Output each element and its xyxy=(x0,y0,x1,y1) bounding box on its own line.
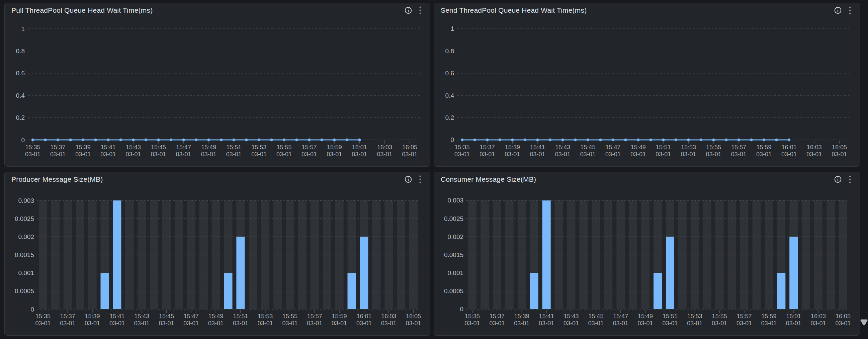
svg-text:0: 0 xyxy=(451,136,454,144)
chart-canvas-consumer-message-size[interactable]: 00.00050.0010.00150.0020.00250.00315:350… xyxy=(434,187,860,335)
svg-text:16:0503-01: 16:0503-01 xyxy=(406,313,421,327)
svg-text:15:4303-01: 15:4303-01 xyxy=(134,313,150,327)
svg-text:0.6: 0.6 xyxy=(445,70,454,76)
data-point-marker xyxy=(346,138,348,141)
x-axis-labels: 15:3503-0115:3703-0115:3903-0115:4103-01… xyxy=(455,144,847,158)
data-point-marker xyxy=(182,138,185,141)
svg-text:15:4903-01: 15:4903-01 xyxy=(638,313,653,327)
line-series xyxy=(31,138,361,141)
gridlines xyxy=(458,29,849,140)
data-point-marker xyxy=(82,138,84,141)
data-point-marker xyxy=(232,138,235,141)
chart-canvas-send-wait-time[interactable]: 00.20.40.60.8115:3503-0115:3703-0115:390… xyxy=(434,18,860,166)
data-point-marker xyxy=(574,138,577,141)
data-point-marker xyxy=(195,138,197,141)
svg-text:15:4303-01: 15:4303-01 xyxy=(125,144,141,158)
svg-text:15:4503-01: 15:4503-01 xyxy=(159,313,174,327)
svg-text:15:4703-01: 15:4703-01 xyxy=(613,313,628,327)
x-axis-labels: 15:3503-0115:3703-0115:3903-0115:4103-01… xyxy=(25,144,417,158)
svg-text:0.002: 0.002 xyxy=(18,233,34,240)
data-point-marker xyxy=(320,138,323,141)
svg-text:16:0503-01: 16:0503-01 xyxy=(835,313,850,327)
data-point-marker xyxy=(258,138,260,141)
svg-text:15:5103-01: 15:5103-01 xyxy=(233,313,248,327)
info-icon[interactable] xyxy=(404,6,412,15)
x-axis-ticks xyxy=(472,310,843,313)
data-point-marker xyxy=(333,138,336,141)
svg-text:16:0303-01: 16:0303-01 xyxy=(377,144,392,158)
info-icon[interactable] xyxy=(834,175,842,184)
data-point-marker xyxy=(549,138,552,141)
data-point-marker xyxy=(270,138,273,141)
kebab-menu-icon[interactable] xyxy=(848,175,851,184)
panel-actions xyxy=(834,6,851,15)
svg-text:0.8: 0.8 xyxy=(445,48,454,55)
svg-text:15:5703-01: 15:5703-01 xyxy=(731,144,747,158)
svg-text:15:4503-01: 15:4503-01 xyxy=(151,144,166,158)
scroll-down-indicator[interactable] xyxy=(860,318,868,327)
data-point-marker xyxy=(473,138,476,141)
svg-text:0.2: 0.2 xyxy=(16,114,25,121)
svg-text:15:4103-01: 15:4103-01 xyxy=(530,144,546,158)
data-point-marker xyxy=(69,138,72,141)
panel-header: Producer Message Size(MB) xyxy=(5,172,430,187)
svg-text:15:3903-01: 15:3903-01 xyxy=(75,144,91,158)
svg-text:15:4703-01: 15:4703-01 xyxy=(605,144,621,158)
kebab-menu-icon[interactable] xyxy=(418,6,422,15)
svg-text:15:5303-01: 15:5303-01 xyxy=(251,144,267,158)
chart-canvas-pull-wait-time[interactable]: 00.20.40.60.8115:3503-0115:3703-0115:390… xyxy=(5,18,430,166)
bar xyxy=(113,201,121,309)
data-point-marker xyxy=(524,138,526,141)
panel-header: Send ThreadPool Queue Head Wait Time(ms) xyxy=(434,3,860,18)
data-point-marker xyxy=(637,138,640,141)
svg-text:15:4903-01: 15:4903-01 xyxy=(208,313,223,327)
svg-text:15:5103-01: 15:5103-01 xyxy=(662,313,678,327)
panel-actions xyxy=(834,175,851,184)
data-point-marker xyxy=(725,138,727,141)
data-point-marker xyxy=(612,138,614,141)
bar xyxy=(530,273,538,309)
svg-text:15:5903-01: 15:5903-01 xyxy=(756,144,772,158)
svg-text:0.0015: 0.0015 xyxy=(15,251,34,258)
svg-text:0.0025: 0.0025 xyxy=(444,215,463,222)
svg-text:15:5303-01: 15:5303-01 xyxy=(681,144,696,158)
data-point-marker xyxy=(775,138,778,141)
data-point-marker xyxy=(624,138,627,141)
bar xyxy=(653,273,662,309)
svg-text:0.0015: 0.0015 xyxy=(444,251,463,258)
info-icon[interactable] xyxy=(404,175,412,184)
svg-text:0.2: 0.2 xyxy=(445,114,454,121)
svg-text:15:3503-01: 15:3503-01 xyxy=(465,313,480,327)
svg-text:15:4103-01: 15:4103-01 xyxy=(110,313,125,327)
bar xyxy=(360,237,368,309)
data-point-marker xyxy=(107,138,110,141)
data-point-marker xyxy=(738,138,740,141)
svg-text:15:3503-01: 15:3503-01 xyxy=(25,144,40,158)
svg-text:0.6: 0.6 xyxy=(16,70,25,76)
svg-text:16:0103-01: 16:0103-01 xyxy=(786,313,801,327)
svg-text:15:3703-01: 15:3703-01 xyxy=(479,144,495,158)
kebab-menu-icon[interactable] xyxy=(848,6,851,15)
svg-text:0.0005: 0.0005 xyxy=(444,287,463,295)
svg-text:15:4303-01: 15:4303-01 xyxy=(555,144,570,158)
data-point-marker xyxy=(788,138,790,141)
svg-text:0: 0 xyxy=(460,306,463,313)
svg-text:15:5903-01: 15:5903-01 xyxy=(761,313,777,327)
panel-actions xyxy=(404,6,422,15)
chart-canvas-producer-message-size[interactable]: 00.00050.0010.00150.0020.00250.00315:350… xyxy=(5,187,430,335)
panel-producer-message-size: Producer Message Size(MB) 00.00050.0010.… xyxy=(4,172,430,336)
svg-text:15:4703-01: 15:4703-01 xyxy=(176,144,191,158)
panel-title: Pull ThreadPool Queue Head Wait Time(ms) xyxy=(11,6,153,14)
info-icon[interactable] xyxy=(834,6,842,15)
svg-text:16:0303-01: 16:0303-01 xyxy=(381,313,397,327)
data-point-marker xyxy=(308,138,311,141)
svg-text:15:5103-01: 15:5103-01 xyxy=(226,144,242,158)
svg-text:15:5903-01: 15:5903-01 xyxy=(332,313,347,327)
kebab-menu-icon[interactable] xyxy=(418,175,422,184)
svg-text:15:4303-01: 15:4303-01 xyxy=(563,313,579,327)
x-axis-labels: 15:3503-0115:3703-0115:3903-0115:4103-01… xyxy=(35,313,421,327)
data-point-marker xyxy=(57,138,59,141)
svg-text:1: 1 xyxy=(21,25,25,32)
svg-text:15:5103-01: 15:5103-01 xyxy=(655,144,671,158)
bar xyxy=(236,237,245,309)
